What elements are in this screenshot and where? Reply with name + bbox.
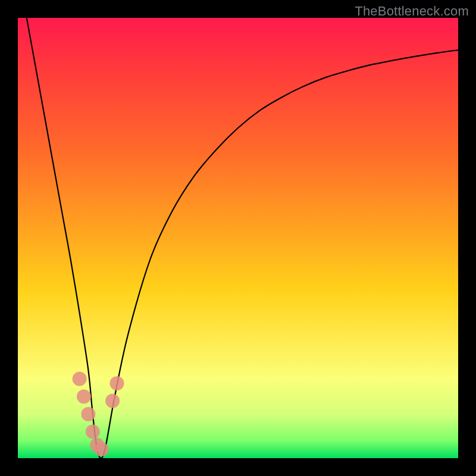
salmon-dot [73,372,87,386]
chart-plot-area [18,18,458,458]
salmon-dot [95,442,109,456]
salmon-dot [105,394,120,408]
salmon-dot [86,425,100,439]
salmon-dots-group [73,372,124,456]
chart-svg [18,18,458,458]
chart-frame: TheBottleneck.com [0,0,476,476]
salmon-dot [81,407,95,421]
bottleneck-curve [27,18,458,458]
salmon-dot [77,389,91,403]
watermark-text: TheBottleneck.com [355,4,469,19]
salmon-dot [110,376,124,390]
